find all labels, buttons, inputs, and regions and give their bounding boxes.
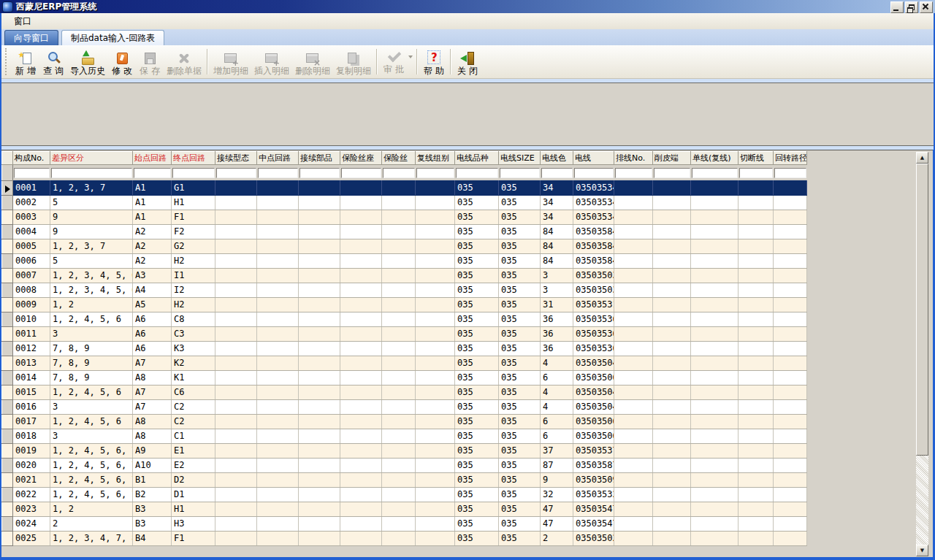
grid-cell[interactable]: A7 [133, 399, 172, 414]
grid-cell[interactable] [299, 283, 340, 297]
grid-cell[interactable]: 03503536 [573, 341, 614, 356]
grid-cell[interactable]: 0002 [13, 195, 50, 210]
grid-cell[interactable]: 6 [541, 370, 573, 385]
grid-cell[interactable] [257, 472, 299, 487]
row-selector[interactable] [2, 443, 13, 458]
row-selector[interactable] [2, 312, 13, 326]
grid-cell[interactable] [299, 297, 340, 312]
grid-cell[interactable]: 035 [455, 472, 499, 487]
grid-cell[interactable] [774, 283, 807, 297]
filter-cell[interactable] [257, 165, 299, 181]
grid-cell[interactable]: 035 [455, 297, 499, 312]
row-selector[interactable] [2, 356, 13, 370]
grid-cell[interactable] [653, 458, 691, 472]
grid-cell[interactable]: 0008 [13, 283, 50, 297]
grid-cell[interactable]: 035 [499, 341, 541, 356]
grid-cell[interactable] [691, 253, 739, 268]
grid-cell[interactable]: 3 [50, 326, 133, 341]
grid-cell[interactable]: K3 [172, 341, 215, 356]
grid-cell[interactable] [653, 224, 691, 239]
grid-cell[interactable] [299, 239, 340, 253]
grid-cell[interactable] [257, 195, 299, 210]
grid-cell[interactable]: 035 [499, 516, 541, 531]
grid-cell[interactable] [215, 180, 257, 195]
grid-cell[interactable] [416, 487, 455, 502]
grid-cell[interactable] [614, 180, 653, 195]
row-selector[interactable] [2, 165, 13, 181]
grid-cell[interactable] [299, 516, 340, 531]
grid-cell[interactable] [653, 385, 691, 399]
grid-cell[interactable]: 035 [455, 443, 499, 458]
grid-cell[interactable]: A6 [133, 312, 172, 326]
grid-cell[interactable] [739, 399, 774, 414]
grid-cell[interactable]: G1 [172, 180, 215, 195]
grid-cell[interactable]: 4 [541, 356, 573, 370]
grid-cell[interactable] [739, 297, 774, 312]
grid-cell[interactable] [257, 443, 299, 458]
grid-cell[interactable]: 0023 [13, 502, 50, 516]
grid-cell[interactable] [215, 312, 257, 326]
row-selector[interactable] [2, 516, 13, 531]
grid-cell[interactable] [215, 472, 257, 487]
grid-cell[interactable] [774, 414, 807, 429]
grid-cell[interactable] [614, 312, 653, 326]
grid-cell[interactable] [257, 239, 299, 253]
grid-cell[interactable] [653, 399, 691, 414]
grid-cell[interactable] [614, 458, 653, 472]
grid-cell[interactable] [340, 516, 382, 531]
grid-cell[interactable]: 035 [455, 385, 499, 399]
grid-cell[interactable]: 84 [541, 253, 573, 268]
grid-cell[interactable] [691, 399, 739, 414]
grid-cell[interactable] [739, 224, 774, 239]
grid-cell[interactable]: 0025 [13, 531, 50, 545]
grid-cell[interactable]: A1 [133, 180, 172, 195]
grid-cell[interactable] [653, 195, 691, 210]
grid-cell[interactable]: 0016 [13, 399, 50, 414]
grid-cell[interactable] [340, 487, 382, 502]
grid-cell[interactable] [739, 414, 774, 429]
filter-cell[interactable] [215, 165, 257, 181]
filter-cell[interactable] [499, 165, 541, 181]
grid-cell[interactable] [299, 443, 340, 458]
grid-cell[interactable]: C2 [172, 399, 215, 414]
column-header-18[interactable]: 回转路径 [774, 152, 807, 165]
grid-cell[interactable]: 035 [499, 385, 541, 399]
grid-cell[interactable] [614, 268, 653, 283]
grid-cell[interactable] [340, 356, 382, 370]
grid-cell[interactable] [774, 370, 807, 385]
grid-cell[interactable] [382, 472, 416, 487]
grid-cell[interactable]: 1, 2, 4, 5, 6, 7, 8, 9 [50, 472, 133, 487]
grid-cell[interactable] [774, 195, 807, 210]
grid-cell[interactable]: 03503537 [573, 443, 614, 458]
grid-cell[interactable]: 34 [541, 180, 573, 195]
grid-cell[interactable] [215, 385, 257, 399]
grid-cell[interactable]: 03503584 [573, 224, 614, 239]
grid-cell[interactable] [774, 458, 807, 472]
grid-cell[interactable] [299, 253, 340, 268]
grid-cell[interactable] [299, 458, 340, 472]
row-selector[interactable] [2, 531, 13, 545]
grid-cell[interactable]: B3 [133, 516, 172, 531]
grid-cell[interactable] [257, 326, 299, 341]
grid-cell[interactable]: H3 [172, 516, 215, 531]
filter-cell[interactable] [299, 165, 340, 181]
grid-cell[interactable] [614, 239, 653, 253]
grid-cell[interactable]: D1 [172, 487, 215, 502]
grid-cell[interactable]: 03503584 [573, 239, 614, 253]
grid-cell[interactable] [653, 443, 691, 458]
grid-cell[interactable]: 7, 8, 9 [50, 356, 133, 370]
grid-cell[interactable]: 035 [499, 502, 541, 516]
grid-cell[interactable] [257, 531, 299, 545]
grid-cell[interactable] [774, 399, 807, 414]
grid-cell[interactable] [299, 341, 340, 356]
grid-cell[interactable]: 1, 2, 3, 4, 5, 6, 7, 8, 9 [50, 283, 133, 297]
grid-cell[interactable] [416, 239, 455, 253]
grid-cell[interactable] [299, 399, 340, 414]
grid-cell[interactable] [416, 472, 455, 487]
grid-cell[interactable] [691, 297, 739, 312]
grid-cell[interactable] [614, 341, 653, 356]
grid-cell[interactable] [774, 341, 807, 356]
grid-cell[interactable]: 035 [455, 429, 499, 443]
grid-cell[interactable] [653, 253, 691, 268]
grid-cell[interactable]: 1, 2, 4, 5, 6, 7, 8, 9 [50, 443, 133, 458]
